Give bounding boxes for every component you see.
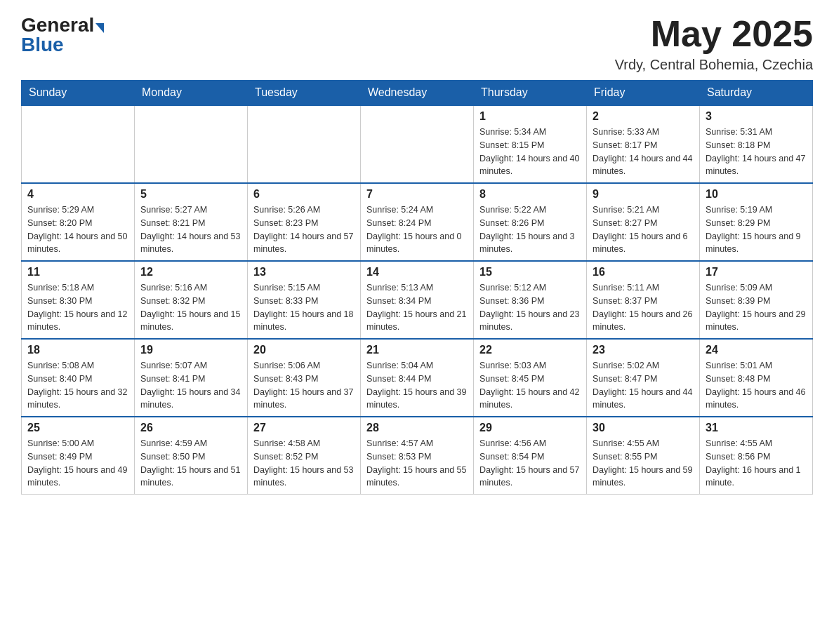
day-info: Sunrise: 4:55 AMSunset: 8:56 PMDaylight:… [706,437,807,490]
day-number: 18 [27,344,128,356]
day-info: Sunrise: 4:55 AMSunset: 8:55 PMDaylight:… [593,437,694,490]
month-title: May 2025 [615,14,813,54]
day-info: Sunrise: 5:12 AMSunset: 8:36 PMDaylight:… [479,281,581,334]
day-number: 27 [253,422,355,434]
table-row: 2Sunrise: 5:33 AMSunset: 8:17 PMDaylight… [587,105,700,183]
table-row: 11Sunrise: 5:18 AMSunset: 8:30 PMDayligh… [22,261,135,339]
day-number: 31 [706,422,807,434]
col-monday: Monday [135,81,248,106]
location-subtitle: Vrdy, Central Bohemia, Czechia [615,57,813,73]
day-number: 22 [479,344,581,356]
table-row: 31Sunrise: 4:55 AMSunset: 8:56 PMDayligh… [700,417,813,495]
day-number: 2 [593,110,694,123]
col-friday: Friday [587,81,700,106]
day-number: 15 [479,266,581,279]
day-info: Sunrise: 5:09 AMSunset: 8:39 PMDaylight:… [706,281,807,334]
day-number: 26 [140,422,241,434]
day-info: Sunrise: 5:00 AMSunset: 8:49 PMDaylight:… [27,437,128,490]
table-row: 20Sunrise: 5:06 AMSunset: 8:43 PMDayligh… [248,339,361,417]
day-number: 6 [253,188,355,201]
table-row: 4Sunrise: 5:29 AMSunset: 8:20 PMDaylight… [22,183,135,261]
day-info: Sunrise: 4:56 AMSunset: 8:54 PMDaylight:… [479,437,581,490]
table-row: 9Sunrise: 5:21 AMSunset: 8:27 PMDaylight… [587,183,700,261]
table-row: 17Sunrise: 5:09 AMSunset: 8:39 PMDayligh… [700,261,813,339]
logo: General Blue [21,14,104,56]
table-row: 19Sunrise: 5:07 AMSunset: 8:41 PMDayligh… [135,339,248,417]
day-number: 20 [253,344,355,356]
table-row: 5Sunrise: 5:27 AMSunset: 8:21 PMDaylight… [135,183,248,261]
day-number: 23 [593,344,694,356]
day-info: Sunrise: 5:15 AMSunset: 8:33 PMDaylight:… [253,281,355,334]
day-number: 29 [479,422,581,434]
table-row: 1Sunrise: 5:34 AMSunset: 8:15 PMDaylight… [474,105,587,183]
day-info: Sunrise: 5:22 AMSunset: 8:26 PMDaylight:… [479,203,581,256]
table-row: 28Sunrise: 4:57 AMSunset: 8:53 PMDayligh… [361,417,474,495]
table-row [135,105,248,183]
table-row: 21Sunrise: 5:04 AMSunset: 8:44 PMDayligh… [361,339,474,417]
day-info: Sunrise: 4:57 AMSunset: 8:53 PMDaylight:… [366,437,468,490]
table-row: 29Sunrise: 4:56 AMSunset: 8:54 PMDayligh… [474,417,587,495]
day-number: 7 [366,188,468,201]
table-row: 13Sunrise: 5:15 AMSunset: 8:33 PMDayligh… [248,261,361,339]
col-sunday: Sunday [22,81,135,106]
table-row: 6Sunrise: 5:26 AMSunset: 8:23 PMDaylight… [248,183,361,261]
table-row [22,105,135,183]
day-number: 16 [593,266,694,279]
day-info: Sunrise: 5:13 AMSunset: 8:34 PMDaylight:… [366,281,468,334]
table-row: 12Sunrise: 5:16 AMSunset: 8:32 PMDayligh… [135,261,248,339]
day-info: Sunrise: 5:06 AMSunset: 8:43 PMDaylight:… [253,359,355,412]
day-info: Sunrise: 4:59 AMSunset: 8:50 PMDaylight:… [140,437,241,490]
day-number: 12 [140,266,241,279]
table-row: 27Sunrise: 4:58 AMSunset: 8:52 PMDayligh… [248,417,361,495]
table-row: 10Sunrise: 5:19 AMSunset: 8:29 PMDayligh… [700,183,813,261]
day-number: 21 [366,344,468,356]
day-info: Sunrise: 5:11 AMSunset: 8:37 PMDaylight:… [593,281,694,334]
table-row: 15Sunrise: 5:12 AMSunset: 8:36 PMDayligh… [474,261,587,339]
day-info: Sunrise: 5:02 AMSunset: 8:47 PMDaylight:… [593,359,694,412]
day-number: 10 [706,188,807,201]
day-number: 30 [593,422,694,434]
day-info: Sunrise: 5:07 AMSunset: 8:41 PMDaylight:… [140,359,241,412]
col-saturday: Saturday [700,81,813,106]
day-number: 8 [479,188,581,201]
page-header: General Blue May 2025 Vrdy, Central Bohe… [21,14,813,73]
day-info: Sunrise: 5:29 AMSunset: 8:20 PMDaylight:… [27,203,128,256]
day-number: 1 [479,110,581,123]
day-info: Sunrise: 5:03 AMSunset: 8:45 PMDaylight:… [479,359,581,412]
day-number: 9 [593,188,694,201]
day-number: 24 [706,344,807,356]
day-info: Sunrise: 5:18 AMSunset: 8:30 PMDaylight:… [27,281,128,334]
table-row: 14Sunrise: 5:13 AMSunset: 8:34 PMDayligh… [361,261,474,339]
day-info: Sunrise: 5:19 AMSunset: 8:29 PMDaylight:… [706,203,807,256]
calendar-week-row: 1Sunrise: 5:34 AMSunset: 8:15 PMDaylight… [22,105,813,183]
table-row: 25Sunrise: 5:00 AMSunset: 8:49 PMDayligh… [22,417,135,495]
table-row: 22Sunrise: 5:03 AMSunset: 8:45 PMDayligh… [474,339,587,417]
day-number: 17 [706,266,807,279]
table-row [248,105,361,183]
logo-arrow-icon [95,23,104,33]
calendar-week-row: 4Sunrise: 5:29 AMSunset: 8:20 PMDaylight… [22,183,813,261]
day-info: Sunrise: 5:27 AMSunset: 8:21 PMDaylight:… [140,203,241,256]
table-row: 30Sunrise: 4:55 AMSunset: 8:55 PMDayligh… [587,417,700,495]
day-number: 11 [27,266,128,279]
table-row: 26Sunrise: 4:59 AMSunset: 8:50 PMDayligh… [135,417,248,495]
table-row: 16Sunrise: 5:11 AMSunset: 8:37 PMDayligh… [587,261,700,339]
calendar-week-row: 11Sunrise: 5:18 AMSunset: 8:30 PMDayligh… [22,261,813,339]
day-info: Sunrise: 5:33 AMSunset: 8:17 PMDaylight:… [593,126,694,178]
calendar-week-row: 25Sunrise: 5:00 AMSunset: 8:49 PMDayligh… [22,417,813,495]
table-row: 7Sunrise: 5:24 AMSunset: 8:24 PMDaylight… [361,183,474,261]
day-number: 5 [140,188,241,201]
table-row [361,105,474,183]
day-info: Sunrise: 5:31 AMSunset: 8:18 PMDaylight:… [706,126,807,178]
calendar-week-row: 18Sunrise: 5:08 AMSunset: 8:40 PMDayligh… [22,339,813,417]
day-number: 25 [27,422,128,434]
logo-blue-text: Blue [21,34,64,56]
day-info: Sunrise: 5:04 AMSunset: 8:44 PMDaylight:… [366,359,468,412]
day-number: 3 [706,110,807,123]
day-number: 28 [366,422,468,434]
day-info: Sunrise: 5:01 AMSunset: 8:48 PMDaylight:… [706,359,807,412]
title-section: May 2025 Vrdy, Central Bohemia, Czechia [615,14,813,73]
day-info: Sunrise: 5:21 AMSunset: 8:27 PMDaylight:… [593,203,694,256]
day-info: Sunrise: 5:24 AMSunset: 8:24 PMDaylight:… [366,203,468,256]
col-tuesday: Tuesday [248,81,361,106]
